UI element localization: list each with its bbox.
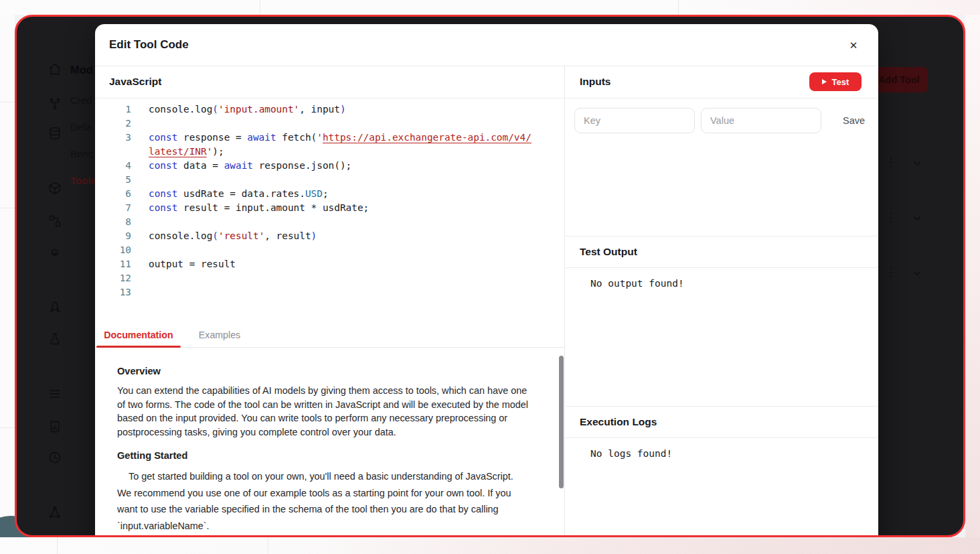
code-line <box>131 117 149 131</box>
doc-heading: Overview <box>117 366 529 376</box>
code-row: 13 <box>95 285 564 299</box>
doc-scrollbar-thumb[interactable] <box>559 356 564 488</box>
report-icon <box>48 420 62 433</box>
line-number: 9 <box>95 229 131 243</box>
page-left-strip <box>0 15 15 537</box>
code-row: 9console.log('result', result) <box>95 229 564 243</box>
chevron-down-icon <box>911 155 923 170</box>
line-number: 13 <box>95 285 131 299</box>
code-editor[interactable]: 1console.log('input.amount', input)23con… <box>95 98 564 322</box>
code-line: output = result <box>131 257 236 271</box>
code-line: console.log('input.amount', input) <box>131 102 346 117</box>
menu-icon <box>48 387 62 401</box>
code-row: 4const data = await response.json(); <box>95 159 564 173</box>
code-row: 8 <box>95 215 564 229</box>
divider <box>0 102 15 102</box>
cubes-icon <box>48 247 62 260</box>
test-button[interactable]: Test <box>809 72 862 91</box>
box-icon <box>48 182 62 195</box>
edit-tool-code-modal: Edit Tool Code ✕ JavaScript 1console.log… <box>95 24 878 537</box>
test-panel: Inputs Test Save Test Output No output f… <box>566 66 878 537</box>
code-panel: JavaScript 1console.log('input.amount', … <box>95 66 565 537</box>
code-line <box>131 215 149 229</box>
test-output-heading: Test Output <box>580 236 637 267</box>
execution-logs-header: Execution Logs <box>566 406 878 438</box>
code-line: const data = await response.json(); <box>131 159 351 173</box>
execution-logs-heading: Execution Logs <box>580 407 657 437</box>
line-number: 2 <box>95 117 131 131</box>
divider <box>268 537 268 554</box>
code-row: 3const response = await fetch('https://a… <box>95 131 564 145</box>
rocket-icon <box>48 301 62 314</box>
doc-tab-bar: Documentation Examples <box>95 322 564 348</box>
kebab-menu-icon: ⋮ <box>885 265 894 280</box>
divider <box>260 0 260 15</box>
code-line: const usdRate = data.rates.USD; <box>131 187 329 201</box>
code-row: 10 <box>95 243 564 257</box>
code-row: 1console.log('input.amount', input) <box>95 102 564 117</box>
line-number <box>95 145 131 159</box>
add-tool-button: Add Tool <box>870 67 928 92</box>
graph-icon <box>48 506 62 519</box>
backdrop-nav-item: Benc <box>70 148 93 161</box>
doc-paragraph: To get started building a tool on your o… <box>117 468 529 534</box>
code-line: const response = await fetch('https://ap… <box>131 131 532 145</box>
database-icon <box>48 127 62 140</box>
code-line <box>131 243 149 257</box>
page-top-strip <box>0 0 980 15</box>
modal-header: Edit Tool Code ✕ <box>95 24 878 66</box>
code-line: console.log('result', result) <box>131 229 317 243</box>
code-row: 6const usdRate = data.rates.USD; <box>95 187 564 201</box>
kebab-menu-icon: ⋮ <box>885 210 894 225</box>
page-right-strip <box>965 15 980 537</box>
backdrop-nav-item: Cred <box>70 94 92 108</box>
save-button[interactable]: Save <box>839 115 869 127</box>
test-button-label: Test <box>832 77 849 87</box>
backdrop-nav-item: Defa <box>70 121 92 135</box>
share-nodes-icon <box>48 97 62 111</box>
test-output-header: Test Output <box>566 236 878 268</box>
tab-examples[interactable]: Examples <box>182 322 257 347</box>
divider <box>0 208 15 208</box>
code-row: 7const result = input.amount * usdRate; <box>95 201 564 215</box>
input-kv-row: Save <box>574 108 869 133</box>
divider <box>678 0 679 15</box>
value-input[interactable] <box>701 108 821 133</box>
code-line <box>131 285 149 299</box>
line-number: 8 <box>95 215 131 229</box>
chevron-down-icon <box>911 210 923 225</box>
flask-icon <box>48 332 62 346</box>
page-bottom-strip <box>0 537 980 554</box>
code-panel-header: JavaScript <box>95 66 564 98</box>
code-line <box>131 271 149 285</box>
backdrop-nav-item: Mod <box>70 64 93 77</box>
code-line: const result = input.amount * usdRate; <box>131 201 369 215</box>
code-row: 2 <box>95 117 564 131</box>
execution-logs-message: No logs found! <box>590 448 672 459</box>
code-row: latest/INR'); <box>95 145 564 159</box>
backdrop-nav-item: Tools <box>70 175 96 188</box>
documentation-content: OverviewYou can extend the capabilities … <box>95 347 564 537</box>
line-number: 10 <box>95 243 131 257</box>
divider <box>0 427 15 428</box>
code-row: 12 <box>95 271 564 285</box>
line-number: 7 <box>95 201 131 215</box>
modal-title: Edit Tool Code <box>109 24 189 66</box>
kebab-menu-icon: ⋮ <box>885 155 894 170</box>
inputs-heading: Inputs <box>580 66 611 98</box>
test-output-message: No output found! <box>590 278 684 289</box>
play-icon <box>822 79 827 84</box>
line-number: 3 <box>95 131 131 145</box>
close-icon[interactable]: ✕ <box>847 40 860 52</box>
line-number: 4 <box>95 159 131 173</box>
code-line: latest/INR'); <box>131 145 224 159</box>
code-row: 5 <box>95 173 564 187</box>
line-number: 5 <box>95 173 131 187</box>
chevron-down-icon <box>911 265 923 280</box>
key-input[interactable] <box>574 108 695 133</box>
divider <box>57 537 58 554</box>
line-number: 1 <box>95 102 131 117</box>
tab-documentation[interactable]: Documentation <box>95 322 182 347</box>
highlight-frame: Add Tool ModCredDefaBencTools⋮⋮⋮ Edit To… <box>15 15 965 537</box>
code-line <box>131 173 149 187</box>
